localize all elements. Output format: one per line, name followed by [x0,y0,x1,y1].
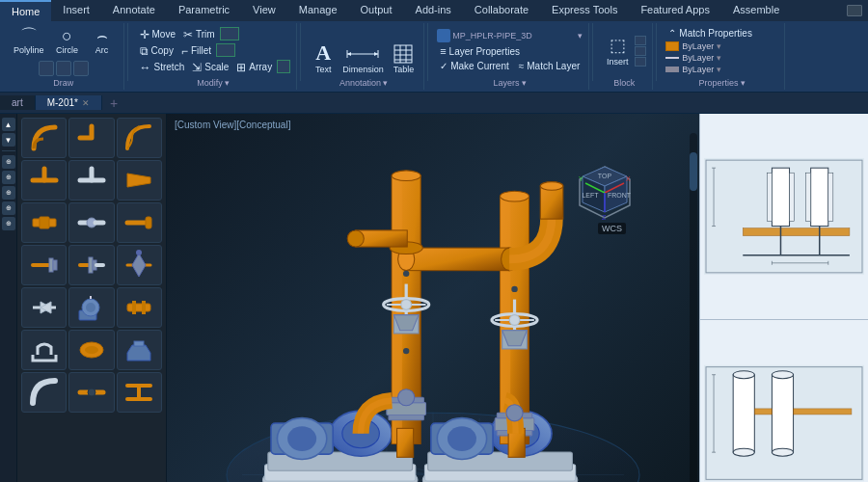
mini-nav-3[interactable]: ⊕ [2,155,15,169]
match-layer-button[interactable]: ≈ Match Layer [516,60,583,72]
match-properties-button[interactable]: ⌃ Match Properties [665,27,755,40]
viewport-scrollbar-thumb-v[interactable] [690,152,697,191]
tab-featured[interactable]: Featured Apps [629,0,721,21]
bylayer-linetype-arrow[interactable]: ▾ [717,53,721,63]
mini-nav-6[interactable]: ⊕ [2,201,15,215]
block-extra-2[interactable] [635,46,646,56]
tab-insert[interactable]: Insert [51,0,101,21]
circle-button[interactable]: ○ Circle [52,25,83,57]
component-fitting7[interactable] [117,372,162,413]
draw-extra-3[interactable] [73,61,89,76]
tab-collaborate[interactable]: Collaborate [463,0,540,21]
component-coupling[interactable] [21,202,67,243]
mini-nav-7[interactable]: ⊕ [2,217,15,230]
component-union[interactable] [68,202,114,243]
component-fitting1[interactable] [117,287,162,328]
component-reducer[interactable] [117,160,162,201]
modify-group-label[interactable]: Modify ▾ [197,76,230,88]
array-button[interactable]: ⊞ Array [233,60,275,75]
panel-tab-add-button[interactable]: + [102,94,125,113]
component-tee2[interactable] [68,160,114,201]
ribbon: Home Insert Annotate Parametric View Man… [0,0,868,93]
component-flange2[interactable] [68,245,114,285]
component-valve1[interactable] [117,245,162,285]
bylayer-color-arrow[interactable]: ▾ [717,41,721,51]
stretch-button[interactable]: ↔ Stretch [137,60,188,75]
draw-extra-1[interactable] [39,61,54,76]
svg-point-151 [733,371,754,379]
svg-rect-96 [406,248,509,271]
block-extra-3[interactable] [635,57,646,67]
component-elbow45[interactable] [21,118,67,158]
svg-point-87 [401,300,412,310]
layer-dropdown-arrow[interactable]: ▾ [578,31,583,40]
layer-name-display: MP_HPLR-PIPE_3D [452,31,576,40]
component-fitting6[interactable] [68,372,114,413]
make-current-button[interactable]: ✓ Make Current [437,60,512,72]
tab-home[interactable]: Home [0,0,51,21]
svg-rect-43 [142,301,146,314]
component-elbow-lr[interactable] [117,118,162,158]
polyline-button[interactable]: ⌒ Polyline [10,25,48,57]
viewport-scrollbar-v[interactable] [690,133,697,482]
component-pump1[interactable] [68,287,114,328]
tab-addins[interactable]: Add-ins [404,0,463,21]
component-fitting4[interactable] [117,330,162,370]
move-button[interactable]: ✛ Move [137,27,178,42]
svg-point-154 [772,371,793,379]
arc-button[interactable]: ⌢ Arc [87,25,118,57]
mini-nav-5[interactable]: ⊕ [2,186,15,200]
properties-group-label[interactable]: Properties ▾ [699,76,746,88]
layers-group-label[interactable]: Layers ▾ [493,76,527,88]
bylayer-lineweight-arrow[interactable]: ▾ [717,65,721,74]
panel-tab-m201[interactable]: M-201* ✕ [36,95,102,110]
scale-button[interactable]: ⇲ Scale [189,60,231,75]
mini-nav-2[interactable]: ▼ [2,133,15,147]
svg-point-112 [398,389,415,406]
layer-properties-button[interactable]: ≡ Layer Properties [437,44,583,58]
tab-view[interactable]: View [241,0,287,21]
dimension-button[interactable]: Dimension [339,42,388,76]
separator-3 [427,23,428,81]
annotation-group-label[interactable]: Annotation ▾ [339,76,389,88]
component-fitting5[interactable] [21,372,67,413]
tab-output[interactable]: Output [349,0,404,21]
trim-button[interactable]: ✂ Trim [180,27,218,42]
insert-button[interactable]: ⬚ Insert [602,33,633,68]
component-cap[interactable] [117,202,162,243]
tab-annotate[interactable]: Annotate [101,0,167,21]
component-fitting2[interactable] [21,330,67,370]
tab-assemble[interactable]: Assemble [721,0,791,21]
separator-1 [127,23,128,81]
svg-text:Y: Y [579,175,583,182]
component-flange1[interactable] [21,245,67,285]
tab-manage[interactable]: Manage [287,0,349,21]
wcs-cube: TOP LEFT FRONT X Y Z [574,162,632,220]
panel-tab-m201-close[interactable]: ✕ [82,98,90,108]
component-elbow90[interactable] [68,118,114,158]
tab-parametric[interactable]: Parametric [167,0,241,21]
table-button[interactable]: Table [390,42,419,76]
layer-properties-label: Layer Properties [449,46,520,57]
component-library [17,114,167,482]
ribbon-tabs: Home Insert Annotate Parametric View Man… [0,0,868,21]
svg-rect-137 [828,173,833,221]
draw-extra-2[interactable] [56,61,71,76]
mini-nav-1[interactable]: ▲ [2,118,15,131]
text-button[interactable]: A Text [310,40,337,76]
annotation-tools: A Text Dimension [310,25,418,76]
component-fitting3[interactable] [68,330,114,370]
panel-tab-art[interactable]: art [0,95,36,110]
main-viewport[interactable]: [Custom View][Conceptual] [167,114,699,482]
mini-nav-4[interactable]: ⊕ [2,171,15,184]
block-extra-1[interactable] [635,36,646,45]
copy-button[interactable]: ⧉ Copy [137,43,176,59]
fillet-button[interactable]: ⌐ Fillet [178,43,214,59]
mirror-icon-btn[interactable] [277,60,290,73]
component-tee1[interactable] [21,160,67,201]
tab-express[interactable]: Express Tools [540,0,629,21]
ribbon-group-draw: ⌒ Polyline ○ Circle ⌢ Arc [4,23,124,90]
fillet-extra[interactable] [216,43,235,57]
component-valve2[interactable] [21,287,67,328]
trim-extra[interactable] [220,27,239,40]
